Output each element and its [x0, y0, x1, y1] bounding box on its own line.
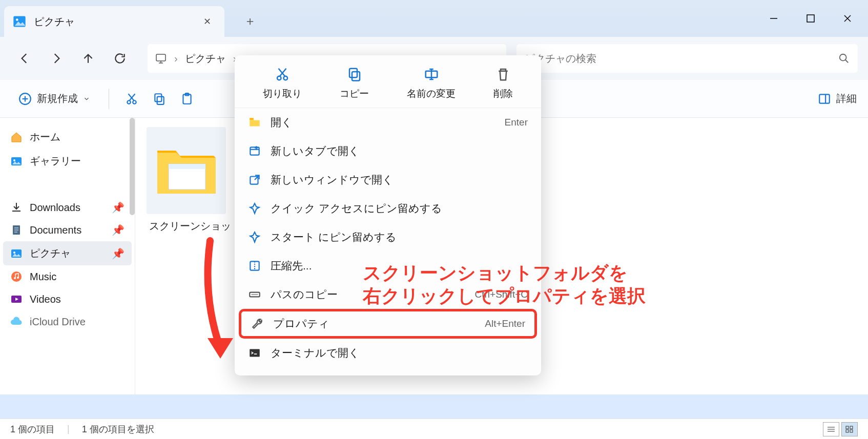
- tab-close-button[interactable]: ✕: [198, 12, 216, 31]
- sidebar-documents[interactable]: Documents 📌: [3, 219, 132, 241]
- breadcrumb-separator: ›: [174, 53, 178, 65]
- ctx-cut[interactable]: 切り取り: [263, 67, 302, 100]
- svg-rect-3: [807, 15, 814, 22]
- sidebar-gallery[interactable]: ギャラリー: [3, 149, 132, 173]
- ctx-compress[interactable]: 圧縮先...: [235, 252, 541, 280]
- folder-thumbnail: [147, 127, 226, 214]
- forward-button[interactable]: [42, 44, 71, 73]
- paste-button[interactable]: [176, 88, 198, 110]
- svg-rect-6: [156, 54, 166, 61]
- pictures-icon: [10, 247, 23, 260]
- svg-point-36: [14, 277, 16, 279]
- details-pane-icon: [818, 92, 831, 106]
- ctx-copy-path[interactable]: パスのコピー Ctrl+Shift+C: [235, 280, 541, 309]
- svg-rect-59: [250, 147, 259, 155]
- terminal-icon: [248, 346, 261, 360]
- newwindow-icon: [248, 173, 261, 186]
- svg-point-15: [133, 100, 136, 104]
- svg-rect-58: [250, 118, 254, 119]
- search-box[interactable]: [516, 44, 858, 73]
- ctx-terminal[interactable]: ターミナルで開く: [235, 339, 541, 367]
- newtab-icon: [248, 144, 261, 158]
- svg-rect-68: [250, 349, 260, 357]
- ctx-open-newwindow[interactable]: 新しいウィンドウで開く: [235, 165, 541, 194]
- folder-item-screenshots[interactable]: スクリーンショッ: [147, 127, 234, 233]
- ctx-properties[interactable]: プロパティ Alt+Enter: [241, 311, 534, 336]
- svg-point-9: [840, 54, 846, 61]
- navigation-pane: ホーム ギャラリー Downloads 📌 Documents 📌 ピクチャ 📌…: [0, 118, 135, 394]
- search-input[interactable]: [525, 53, 838, 65]
- close-window-button[interactable]: [832, 6, 863, 31]
- folder-label: スクリーンショッ: [147, 219, 234, 233]
- cut-button[interactable]: [120, 88, 143, 110]
- sidebar-pictures[interactable]: ピクチャ 📌: [3, 241, 132, 265]
- context-menu: 切り取り コピー 名前の変更 削除 開く Enter 新しいタブで開く 新しいウ…: [235, 55, 541, 375]
- svg-line-51: [279, 69, 285, 76]
- svg-rect-45: [850, 426, 853, 429]
- ctx-pin-quickaccess[interactable]: クイック アクセスにピン留めする: [235, 194, 541, 223]
- up-button[interactable]: [74, 44, 102, 73]
- ctx-delete[interactable]: 削除: [493, 67, 513, 100]
- new-button[interactable]: 新規作成: [11, 88, 97, 110]
- gallery-icon: [10, 155, 23, 168]
- svg-rect-19: [155, 94, 161, 101]
- sidebar-videos[interactable]: Videos: [3, 288, 132, 310]
- svg-rect-44: [846, 426, 849, 429]
- scrollbar[interactable]: [130, 118, 135, 215]
- folder-icon: [248, 116, 261, 129]
- this-pc-icon: [155, 52, 167, 65]
- svg-point-14: [127, 100, 131, 104]
- ctx-pin-start[interactable]: スタート にピン留めする: [235, 223, 541, 252]
- sidebar-music[interactable]: Music: [3, 265, 132, 288]
- view-tiles-button[interactable]: [841, 422, 858, 436]
- status-bar: 1 個の項目 | 1 個の項目を選択: [0, 419, 868, 439]
- svg-point-34: [13, 252, 15, 254]
- svg-point-48: [277, 76, 281, 80]
- search-icon: [838, 53, 850, 64]
- videos-icon: [10, 293, 23, 305]
- refresh-button[interactable]: [106, 44, 134, 73]
- ctx-rename[interactable]: 名前の変更: [407, 67, 456, 100]
- view-list-button[interactable]: [823, 422, 839, 436]
- maximize-button[interactable]: [795, 6, 826, 31]
- details-pane-button[interactable]: 詳細: [818, 92, 857, 106]
- svg-point-28: [13, 159, 15, 161]
- back-button[interactable]: [10, 44, 39, 73]
- svg-rect-40: [169, 164, 205, 169]
- sidebar-downloads[interactable]: Downloads 📌: [3, 196, 132, 219]
- compress-icon: [248, 259, 261, 273]
- sidebar-home[interactable]: ホーム: [3, 125, 132, 149]
- chevron-down-icon: [83, 95, 90, 102]
- minimize-button[interactable]: [758, 6, 789, 31]
- trash-icon: [495, 67, 511, 82]
- copy-button[interactable]: [148, 88, 171, 110]
- svg-line-10: [845, 60, 849, 63]
- cloud-icon: [10, 316, 23, 328]
- svg-rect-53: [349, 69, 357, 78]
- details-label: 詳細: [836, 92, 857, 106]
- svg-rect-25: [819, 94, 830, 103]
- svg-point-1: [16, 18, 18, 21]
- copy-icon: [347, 67, 362, 82]
- documents-icon: [10, 224, 23, 236]
- pin-icon: 📌: [112, 224, 125, 236]
- svg-point-49: [284, 76, 288, 80]
- tab-title: ピクチャ: [34, 15, 198, 29]
- ctx-copy[interactable]: コピー: [340, 67, 369, 100]
- home-icon: [10, 131, 23, 143]
- breadcrumb-current[interactable]: ピクチャ: [185, 52, 226, 66]
- svg-point-37: [17, 277, 19, 279]
- pin-icon: 📌: [112, 201, 125, 214]
- pictures-icon: [12, 14, 27, 29]
- svg-rect-47: [850, 430, 853, 432]
- new-tab-button[interactable]: ＋: [240, 13, 260, 29]
- sidebar-icloud[interactable]: iCloud Drive: [3, 310, 132, 333]
- pin-icon: [248, 202, 261, 215]
- svg-line-50: [280, 69, 286, 76]
- ctx-open[interactable]: 開く Enter: [235, 108, 541, 137]
- tab-active[interactable]: ピクチャ ✕: [4, 6, 224, 37]
- title-bar: ピクチャ ✕ ＋: [0, 0, 868, 37]
- new-button-label: 新規作成: [37, 92, 78, 106]
- ctx-open-newtab[interactable]: 新しいタブで開く: [235, 137, 541, 165]
- svg-rect-46: [846, 430, 849, 432]
